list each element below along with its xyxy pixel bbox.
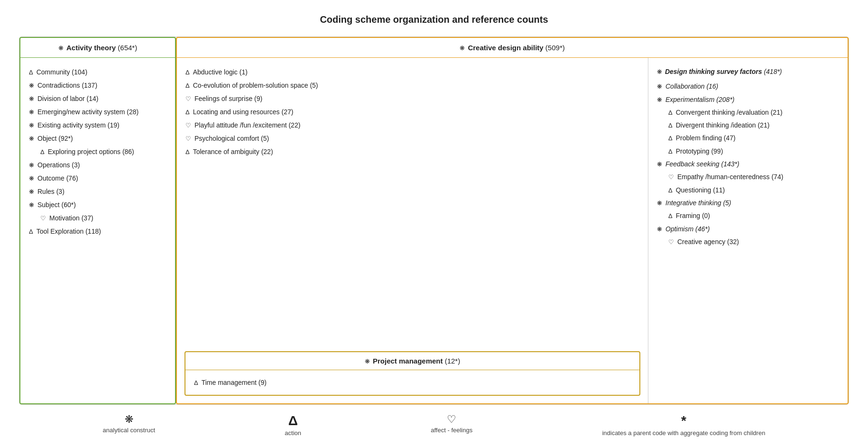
- item-symbol: Δ: [668, 119, 673, 131]
- list-item: ❋Division of labor (14): [29, 92, 166, 105]
- item-symbol: ♡: [185, 93, 191, 105]
- legend-label: affect - feelings: [431, 427, 472, 434]
- item-symbol: Δ: [185, 146, 190, 158]
- item-text: Empathy /human-centeredness (74): [677, 171, 783, 183]
- creative-design-body: ΔAbductive logic (1)ΔCo-evolution of pro…: [177, 58, 848, 403]
- list-item: ΔDivergent thinking /ideation (21): [657, 119, 839, 132]
- item-symbol: Δ: [668, 184, 673, 196]
- item-text: Outcome (76): [37, 172, 78, 185]
- item-symbol: ❋: [29, 93, 34, 105]
- list-item: ❋Existing activity system (19): [29, 118, 166, 132]
- legend-icon: Δ: [288, 414, 298, 428]
- list-item: ΔPrototyping (99): [657, 145, 839, 158]
- item-symbol: ♡: [185, 133, 191, 145]
- item-symbol: Δ: [668, 107, 673, 118]
- design-thinking-column: ❋ Design thinking survey factors (418*) …: [648, 58, 848, 403]
- item-text: Psychological comfort (5): [194, 132, 269, 145]
- list-item: ΔTime management (9): [194, 376, 631, 389]
- list-item: ♡Psychological comfort (5): [185, 132, 639, 145]
- item-symbol: ♡: [668, 171, 674, 183]
- item-text: Rules (3): [37, 185, 65, 198]
- activity-theory-icon: ❋: [58, 45, 64, 52]
- item-symbol: ❋: [29, 199, 34, 211]
- item-text: Time management (9): [202, 376, 267, 389]
- list-item: ❋Outcome (76): [29, 172, 166, 185]
- list-item: ΔTool Exploration (118): [29, 225, 166, 238]
- item-symbol: ❋: [29, 186, 34, 198]
- list-item: ΔProblem finding (47): [657, 132, 839, 145]
- item-symbol: ♡: [40, 212, 46, 225]
- design-thinking-items: ❋Collaboration (16)❋Experimentalism (208…: [657, 80, 839, 248]
- item-symbol: ❋: [29, 80, 34, 92]
- item-text: Community (104): [37, 65, 87, 79]
- design-thinking-count: (418*): [764, 68, 782, 75]
- list-item: ΔTolerance of ambiguity (22): [185, 145, 639, 158]
- list-item: ❋Emerging/new activity system (28): [29, 105, 166, 118]
- activity-theory-column: ❋ Activity theory (654*) ΔCommunity (104…: [19, 37, 176, 404]
- activity-theory-header: ❋ Activity theory (654*): [20, 38, 175, 58]
- list-item: ❋Rules (3): [29, 185, 166, 198]
- creative-design-count: (509*): [545, 44, 565, 52]
- item-text: Feedback seeking (143*): [665, 158, 739, 171]
- item-text: Exploring project options (86): [48, 145, 134, 158]
- list-item: ΔLocating and using resources (27): [185, 105, 639, 118]
- page-title: Coding scheme organization and reference…: [320, 14, 548, 25]
- item-text: Operations (3): [37, 158, 80, 172]
- item-text: Locating and using resources (27): [193, 105, 294, 118]
- item-symbol: ❋: [29, 173, 34, 185]
- legend-item: ❋ analytical construct: [103, 414, 156, 437]
- list-item: ♡Creative agency (32): [657, 236, 839, 248]
- item-symbol: Δ: [40, 146, 45, 158]
- activity-theory-body: ΔCommunity (104)❋Contradictions (137)❋Di…: [20, 58, 175, 246]
- creative-design-icon: ❋: [460, 45, 465, 52]
- legend-label: indicates a parent code with aggregate c…: [602, 429, 765, 437]
- item-text: Division of labor (14): [37, 92, 98, 105]
- pm-count: (12*): [445, 357, 461, 365]
- item-text: Contradictions (137): [37, 79, 97, 92]
- item-text: Prototyping (99): [676, 145, 723, 158]
- main-grid: ❋ Activity theory (654*) ΔCommunity (104…: [19, 36, 849, 405]
- item-symbol: Δ: [185, 80, 190, 92]
- list-item: ❋Integrative thinking (5): [657, 197, 839, 209]
- item-symbol: ❋: [657, 94, 662, 106]
- item-symbol: ❋: [29, 133, 34, 145]
- list-item: ΔCommunity (104): [29, 65, 166, 79]
- item-text: Feelings of surprise (9): [194, 92, 262, 105]
- activity-theory-label: Activity theory: [66, 44, 116, 52]
- item-symbol: Δ: [668, 210, 673, 222]
- item-text: Collaboration (16): [665, 80, 718, 93]
- creative-design-header: ❋ Creative design ability (509*): [177, 38, 848, 58]
- legend-label: action: [285, 429, 301, 437]
- item-text: Tool Exploration (118): [37, 225, 101, 238]
- item-text: Co-evolution of problem-solution space (…: [193, 79, 318, 92]
- item-symbol: Δ: [668, 132, 673, 144]
- list-item: ΔCo-evolution of problem-solution space …: [185, 79, 639, 92]
- item-text: Experimentalism (208*): [665, 93, 735, 106]
- item-symbol: Δ: [668, 146, 673, 157]
- legend-icon: ♡: [447, 414, 456, 425]
- item-symbol: Δ: [29, 66, 33, 79]
- pm-items: ΔTime management (9): [185, 370, 639, 395]
- item-text: Creative agency (32): [677, 236, 739, 248]
- item-text: Existing activity system (19): [37, 118, 120, 132]
- activity-theory-count: (654*): [118, 44, 137, 52]
- pm-icon: ❋: [365, 358, 370, 365]
- item-text: Framing (0): [676, 209, 710, 222]
- list-item: ❋Collaboration (16): [657, 80, 839, 93]
- item-symbol: ❋: [657, 197, 662, 209]
- item-text: Object (92*): [37, 132, 73, 145]
- item-text: Abductive logic (1): [193, 65, 248, 79]
- list-item: ❋Feedback seeking (143*): [657, 158, 839, 171]
- item-text: Tolerance of ambiguity (22): [193, 145, 273, 158]
- list-item: ΔAbductive logic (1): [185, 65, 639, 79]
- item-text: Motivation (37): [49, 211, 93, 225]
- legend-icon: ❋: [125, 414, 133, 425]
- list-item: ΔConvergent thinking /evaluation (21): [657, 106, 839, 119]
- item-text: Optimism (46*): [665, 223, 710, 236]
- pm-label: Project management: [373, 357, 443, 365]
- list-item: ❋Optimism (46*): [657, 223, 839, 236]
- legend-item: ♡ affect - feelings: [431, 414, 472, 437]
- item-symbol: ♡: [668, 236, 674, 248]
- creative-design-column: ❋ Creative design ability (509*) ΔAbduct…: [176, 37, 849, 404]
- item-text: Convergent thinking /evaluation (21): [676, 106, 783, 119]
